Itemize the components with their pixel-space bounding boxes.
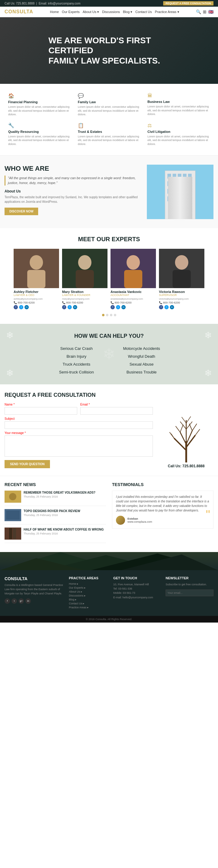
- send-question-button[interactable]: SEND YOUR QUESTION: [4, 460, 50, 468]
- how-help-title: HOW WE CAN HELP YOU?: [4, 333, 214, 339]
- newsletter-input[interactable]: [166, 590, 214, 596]
- help-item-1: Brain Injury: [49, 353, 104, 360]
- svg-line-40: [176, 426, 180, 432]
- service-quality-resourcing: 🔧 Quality Resourcing Lorem ipsum dolor s…: [4, 120, 74, 149]
- how-help-section: ❄ ❄ ❄ ❄ ❄ HOW WE CAN HELP YOU? Serious C…: [0, 324, 218, 384]
- footer-fb-icon[interactable]: f: [4, 598, 10, 604]
- svg-rect-12: [188, 181, 192, 186]
- svg-line-48: [180, 422, 186, 429]
- logo[interactable]: CONSULTA: [4, 9, 33, 14]
- snowflake-3: ❄: [6, 368, 13, 378]
- footer-mobile: Mobile: 03-561-73: [113, 591, 161, 595]
- anastasia-tw-icon[interactable]: t: [116, 305, 120, 309]
- service-title-5: Civil Litigation: [148, 130, 210, 133]
- consultation-section: REQUEST A FREE CONSULTATION Name * Email…: [0, 384, 218, 476]
- footer-practice-item-0[interactable]: Home ▸: [69, 582, 109, 585]
- anastasia-in-icon[interactable]: in: [121, 305, 126, 309]
- svg-line-38: [180, 432, 186, 444]
- subject-label: Subject: [4, 417, 153, 421]
- mary-role: Lawyer & Founder: [62, 293, 107, 297]
- nav-practice[interactable]: Practice Areas ▾: [155, 10, 179, 14]
- svg-rect-31: [124, 270, 142, 288]
- footer-practice-item-3[interactable]: Discussions ▸: [69, 594, 109, 597]
- service-trust-estates: 📋 Trust & Estates Lorem ipsum dolor sit …: [74, 120, 144, 149]
- svg-rect-57: [9, 528, 12, 539]
- footer-practice-item-2[interactable]: About Us ▸: [69, 590, 109, 593]
- ashley-photo: [13, 249, 59, 288]
- topbar-cta[interactable]: REQUEST A FREE CONSULTATION: [163, 1, 214, 5]
- who-we-are-quote: "All the great things are simple, and ma…: [4, 176, 142, 186]
- carousel-dot-4[interactable]: [114, 314, 116, 316]
- footer-in-icon[interactable]: in: [25, 598, 31, 604]
- ashley-in-icon[interactable]: in: [25, 305, 29, 309]
- mary-fb-icon[interactable]: f: [62, 305, 66, 309]
- services-section: 🏠 Financial Planning Lorem ipsum dolor s…: [0, 84, 218, 156]
- anastasia-fb-icon[interactable]: f: [111, 305, 115, 309]
- email-input[interactable]: [80, 407, 153, 415]
- topbar-contact: Call Us: 725.801.8888 | Email: info@your…: [4, 2, 80, 5]
- footer-newsletter-title: NEWSLETTER: [166, 576, 214, 580]
- footer-gp-icon[interactable]: g+: [19, 598, 24, 604]
- carousel-dot-2[interactable]: [106, 314, 108, 316]
- anastasia-phone: 📞 800-700-6200: [111, 301, 156, 304]
- help-item-4: Motorcycle Accidents: [114, 345, 169, 352]
- subject-input[interactable]: [4, 421, 153, 429]
- financial-planning-icon: 🏠: [8, 93, 70, 99]
- footer-practice-item-5[interactable]: Contact Us ▸: [69, 602, 109, 605]
- service-title-2: Business Law: [148, 100, 210, 103]
- nav-experts[interactable]: Our Experts: [62, 10, 80, 13]
- anastasia-social: f t in: [111, 305, 156, 309]
- svg-rect-18: [167, 196, 171, 201]
- svg-rect-5: [178, 174, 181, 179]
- carousel-dot-1[interactable]: [102, 314, 104, 316]
- service-desc-1: Lorem ipsum dolor sit amet, consectetur …: [78, 105, 140, 117]
- name-required: *: [13, 403, 14, 406]
- building-svg: [147, 165, 214, 219]
- carousel-dot-3[interactable]: [110, 314, 112, 316]
- footer-practice-item-1[interactable]: Our Experts ▸: [69, 586, 109, 589]
- footer-practice-item-4[interactable]: Blog ▸: [69, 598, 109, 601]
- mary-tw-icon[interactable]: t: [67, 305, 72, 309]
- nav-about[interactable]: About Us ▾: [83, 10, 99, 14]
- ashley-fb-icon[interactable]: f: [13, 305, 18, 309]
- service-title-0: Financial Planning: [8, 100, 70, 104]
- mary-svg: [62, 249, 107, 288]
- name-input[interactable]: [4, 407, 77, 415]
- mary-in-icon[interactable]: in: [73, 305, 77, 309]
- ashley-tw-icon[interactable]: t: [19, 305, 23, 309]
- footer-newsletter: NEWSLETTER Subscribe to get free consult…: [166, 576, 214, 610]
- victoria-in-icon[interactable]: in: [170, 305, 174, 309]
- nav-contact[interactable]: Contact Us: [135, 10, 152, 13]
- footer-tel: Tel: 03-561-336: [113, 587, 161, 591]
- discover-now-button[interactable]: DISCOVER NOW: [4, 208, 38, 215]
- footer-practice-item-6[interactable]: Practice Areas ▸: [69, 606, 109, 609]
- svg-rect-8: [167, 181, 171, 186]
- mary-photo: [62, 249, 107, 288]
- victoria-email: victoria@yourcompany.com: [159, 298, 205, 300]
- anastasia-svg: [111, 249, 156, 288]
- svg-rect-21: [183, 196, 187, 201]
- svg-rect-17: [188, 189, 192, 194]
- svg-line-50: [182, 417, 186, 423]
- nav-blog[interactable]: Blog ▾: [123, 10, 132, 14]
- nav-home[interactable]: Home: [50, 10, 59, 13]
- message-textarea[interactable]: [4, 435, 153, 457]
- search-icon[interactable]: 🔍: [196, 9, 201, 14]
- snowflake-4: ❄: [205, 368, 212, 378]
- nav-discussions[interactable]: Discussions: [102, 10, 120, 13]
- testimonial-text: I just installed this extension yesterda…: [116, 495, 210, 513]
- svg-rect-14: [173, 189, 176, 194]
- footer-contact-title: GET IN TOUCH: [113, 576, 161, 580]
- help-item-3: Semi-truck Collision: [49, 369, 104, 375]
- grid-icon[interactable]: ⊞: [203, 9, 207, 14]
- victoria-fb-icon[interactable]: f: [159, 305, 163, 309]
- footer-tw-icon[interactable]: t: [11, 598, 17, 604]
- civil-litigation-icon: ⚖: [148, 123, 210, 128]
- name-label: Name *: [4, 403, 77, 406]
- meet-experts-section: MEET OUR EXPERTS Ashley Fletcher Lawyer …: [0, 228, 218, 324]
- top-bar: Call Us: 725.801.8888 | Email: info@your…: [0, 0, 218, 7]
- news-content-2: HALF OF WHAT WE KNOW ABOUT COFFEE IS WRO…: [24, 528, 103, 539]
- victoria-tw-icon[interactable]: t: [164, 305, 169, 309]
- copyright-text: © 2016 Consulta. All Rights Reserved.: [86, 618, 132, 621]
- svg-line-42: [192, 424, 197, 431]
